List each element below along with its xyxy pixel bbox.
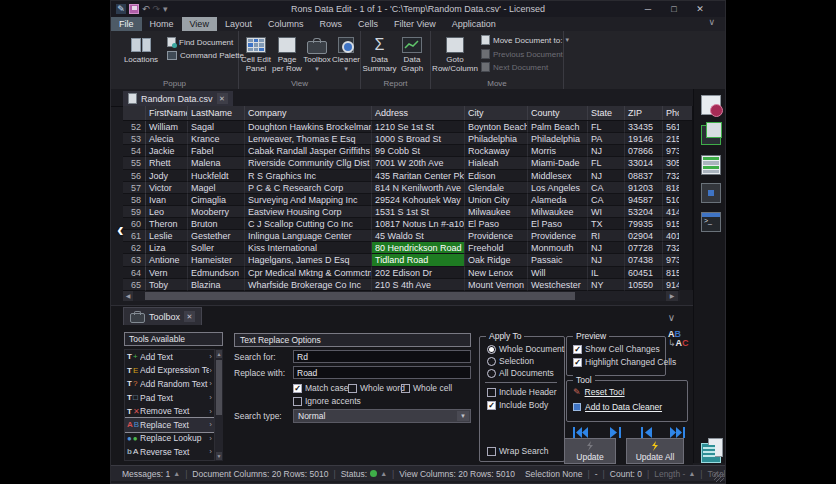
grid-select-icon[interactable]: [701, 183, 721, 203]
grid-cell[interactable]: NJ: [588, 145, 625, 157]
row-number[interactable]: 63: [123, 254, 146, 266]
grid-cell[interactable]: Ivan: [146, 194, 188, 206]
grid-cell[interactable]: 215-: [663, 133, 679, 145]
grid-cell[interactable]: 914-: [663, 279, 679, 291]
grid-cell[interactable]: Sagal: [188, 121, 245, 133]
grid-cell[interactable]: Huckfeldt: [188, 170, 245, 182]
goto-row-column-button[interactable]: Goto Row/Column: [433, 34, 477, 74]
grid-cell[interactable]: Wharfside Brokerage Co Inc: [245, 279, 372, 291]
toolbox-tab[interactable]: Toolbox ✕: [123, 307, 202, 325]
grid-cell[interactable]: Milwaukee: [465, 206, 528, 218]
tool-item-format-text[interactable]: T_Format Text›: [125, 459, 214, 461]
grid-cell[interactable]: Surveying And Mapping Inc: [245, 194, 372, 206]
search-type-select[interactable]: Normal ▼: [293, 409, 471, 423]
close-button[interactable]: ✕: [693, 4, 707, 14]
grid-cell[interactable]: 80 Hendrickson Road: [372, 242, 465, 254]
tools-scrollbar[interactable]: ▲ ▼: [215, 349, 223, 461]
row-number[interactable]: 56: [123, 170, 146, 182]
grid-cell[interactable]: Will: [528, 267, 588, 279]
tool-item-replace-text[interactable]: ABReplace Text›: [125, 418, 214, 432]
grid-cell[interactable]: 305-: [663, 157, 679, 169]
grid-cell[interactable]: 60451: [625, 267, 663, 279]
grid-cell[interactable]: 07866: [625, 145, 663, 157]
grid-cell[interactable]: 732-: [663, 242, 679, 254]
menu-cells[interactable]: Cells: [350, 17, 386, 31]
minimize-button[interactable]: ─: [641, 4, 655, 14]
grid-cell[interactable]: CA: [588, 182, 625, 194]
menu-filter-view[interactable]: Filter View: [386, 17, 444, 31]
column-header-city[interactable]: City: [465, 106, 528, 120]
menu-application[interactable]: Application: [444, 17, 504, 31]
grid-cell[interactable]: Monmouth: [528, 242, 588, 254]
document-stack-icon[interactable]: [701, 443, 721, 463]
selection-radio[interactable]: Selection: [487, 356, 534, 366]
grid-cell[interactable]: Leo: [146, 206, 188, 218]
console-icon[interactable]: >_: [701, 212, 721, 232]
grid-cell[interactable]: Rhett: [146, 157, 188, 169]
grid-cell[interactable]: Kiss International: [245, 242, 372, 254]
cleaner-button[interactable]: Cleaner ▾: [332, 34, 360, 73]
grid-cell[interactable]: 814 N Kenilworth Ave: [372, 182, 465, 194]
grid-cell[interactable]: CA: [588, 194, 625, 206]
menu-home[interactable]: Home: [142, 17, 182, 31]
column-header-zip[interactable]: ZIP: [625, 106, 663, 120]
tab-random-data-csv[interactable]: Random Data.csv ✕: [123, 91, 233, 106]
column-header-phone[interactable]: Phone: [663, 106, 679, 120]
grid-cell[interactable]: Liza: [146, 242, 188, 254]
next-match-button[interactable]: [610, 424, 626, 436]
grid-cell[interactable]: 732-: [663, 170, 679, 182]
grid-cell[interactable]: 815-: [663, 267, 679, 279]
include-body-checkbox[interactable]: ✓ Include Body: [487, 400, 548, 410]
grid-cell[interactable]: El Paso: [528, 218, 588, 230]
grid-cell[interactable]: 202 Edison Dr: [372, 267, 465, 279]
row-number[interactable]: 58: [123, 194, 146, 206]
grid-cell[interactable]: Mooberry: [188, 206, 245, 218]
grid-cell[interactable]: Boynton Beach: [465, 121, 528, 133]
grid-cell[interactable]: 29524 Kohoutek Way: [372, 194, 465, 206]
length-status[interactable]: Length -▲: [649, 469, 700, 479]
tools-scroll-thumb[interactable]: [216, 360, 222, 415]
ignore-accents-checkbox[interactable]: Ignore accents: [293, 396, 361, 406]
grid-horizontal-scrollbar[interactable]: ◀ ▶: [123, 291, 680, 301]
grid-cell[interactable]: Jody: [146, 170, 188, 182]
duplicate-document-icon[interactable]: [701, 125, 721, 145]
menu-columns[interactable]: Columns: [260, 17, 312, 31]
resize-grip[interactable]: [714, 472, 724, 482]
row-number[interactable]: 59: [123, 206, 146, 218]
show-cell-changes-checkbox[interactable]: ✓ Show Cell Changes: [573, 344, 660, 354]
last-match-button[interactable]: [670, 424, 686, 436]
previous-match-button[interactable]: [641, 424, 657, 436]
row-number[interactable]: 65: [123, 279, 146, 291]
grid-cell[interactable]: Toby: [146, 279, 188, 291]
grid-cell[interactable]: William: [146, 121, 188, 133]
grid-cell[interactable]: Edmundson: [188, 267, 245, 279]
tool-item-remove-text[interactable]: T✕Remove Text›: [125, 404, 214, 418]
grid-cell[interactable]: Cabak Randall Jasper Griffiths: [245, 145, 372, 157]
replace-with-input[interactable]: [293, 366, 471, 379]
grid-cell[interactable]: New Lenox: [465, 267, 528, 279]
grid-cell[interactable]: 1000 S Broad St: [372, 133, 465, 145]
grid-cell[interactable]: Leslie: [146, 230, 188, 242]
grid-cell[interactable]: Hialeah: [465, 157, 528, 169]
tool-item-replace-lookup[interactable]: ●●Replace Lookup›: [125, 432, 214, 446]
grid-cell[interactable]: 7001 W 20th Ave: [372, 157, 465, 169]
grid-cell[interactable]: Miami-Dade: [528, 157, 588, 169]
toolbox-button[interactable]: Toolbox ▾: [303, 34, 331, 73]
grid-cell[interactable]: R S Graphics Inc: [245, 170, 372, 182]
grid-cell[interactable]: Westchester: [528, 279, 588, 291]
grid-cell[interactable]: Alecia: [146, 133, 188, 145]
redo-icon[interactable]: ↷: [153, 4, 161, 14]
row-number[interactable]: 52: [123, 121, 146, 133]
grid-cell[interactable]: Los Angeles: [528, 182, 588, 194]
grid-cell[interactable]: Soller: [188, 242, 245, 254]
grid-cell[interactable]: Palm Beach: [528, 121, 588, 133]
grid-cell[interactable]: FL: [588, 121, 625, 133]
grid-cell[interactable]: El Paso: [465, 218, 528, 230]
grid-cell[interactable]: Milwaukee: [528, 206, 588, 218]
grid-cell[interactable]: 10550: [625, 279, 663, 291]
grid-cell[interactable]: 915-: [663, 218, 679, 230]
menu-rows[interactable]: Rows: [311, 17, 350, 31]
grid-cell[interactable]: 210 S 4th Ave: [372, 279, 465, 291]
add-to-data-cleaner-link[interactable]: Add to Data Cleaner: [573, 402, 662, 412]
scroll-right-icon[interactable]: ▶: [666, 291, 678, 301]
